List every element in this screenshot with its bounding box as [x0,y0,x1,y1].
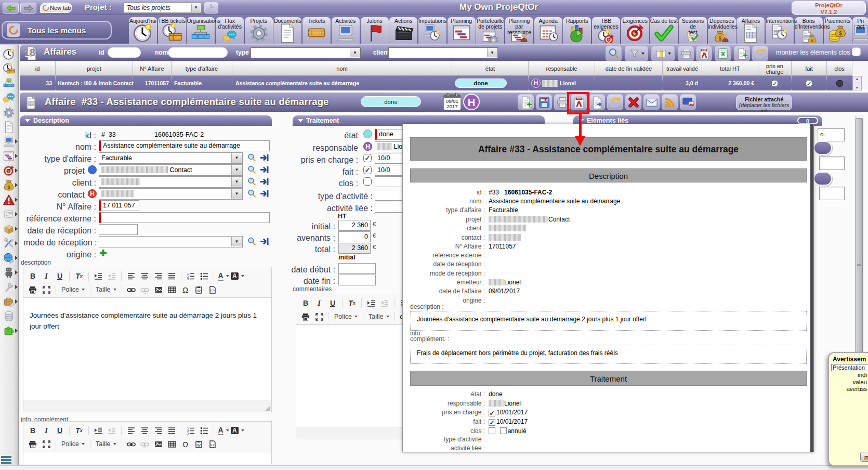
svg-text:3: 3 [187,278,189,280]
svg-text:W: W [197,443,201,447]
svg-text:W: W [197,289,201,292]
svg-text:<>: <> [210,442,215,447]
svg-text:3: 3 [187,432,189,435]
svg-text:<>: <> [210,288,215,293]
